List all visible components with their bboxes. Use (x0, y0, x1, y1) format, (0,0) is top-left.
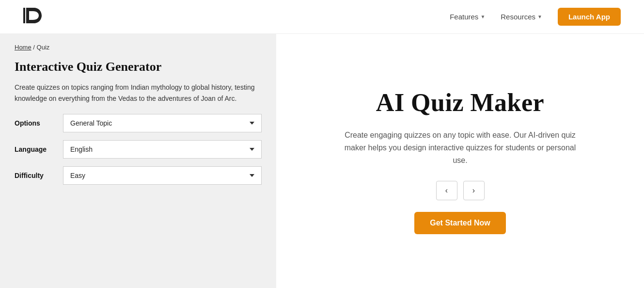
difficulty-group: Difficulty Easy (15, 166, 262, 185)
nav-links: Features ▼ Resources ▼ Launch App (450, 8, 621, 26)
options-select[interactable]: General Topic (63, 114, 262, 132)
options-group: Options General Topic (15, 114, 262, 132)
resources-chevron-icon: ▼ (537, 14, 542, 19)
breadcrumb: Home / Quiz (15, 44, 262, 51)
logo-icon (23, 5, 43, 29)
features-chevron-icon: ▼ (480, 14, 485, 19)
launch-app-button[interactable]: Launch App (558, 8, 621, 26)
features-menu[interactable]: Features ▼ (450, 13, 485, 21)
panel-description: Create quizzes on topics ranging from In… (15, 82, 262, 104)
left-panel: Home / Quiz Interactive Quiz Generator C… (0, 34, 276, 288)
main-layout: Home / Quiz Interactive Quiz Generator C… (0, 34, 644, 288)
navbar: Features ▼ Resources ▼ Launch App (0, 0, 644, 34)
logo (23, 5, 43, 29)
get-started-button[interactable]: Get Started Now (414, 212, 505, 234)
hero-description: Create engaging quizzes on any topic wit… (339, 129, 581, 167)
hero-title: AI Quiz Maker (376, 88, 544, 118)
breadcrumb-home[interactable]: Home (15, 44, 31, 51)
difficulty-select[interactable]: Easy (63, 166, 262, 185)
right-panel: AI Quiz Maker Create engaging quizzes on… (276, 34, 644, 288)
breadcrumb-current: Quiz (37, 44, 50, 51)
carousel-prev-button[interactable]: ‹ (436, 181, 457, 200)
options-label: Options (15, 119, 63, 127)
panel-title: Interactive Quiz Generator (15, 59, 262, 75)
resources-menu[interactable]: Resources ▼ (501, 13, 542, 21)
language-group: Language English (15, 140, 262, 159)
carousel-controls: ‹ › (436, 181, 485, 200)
language-label: Language (15, 145, 63, 153)
language-select[interactable]: English (63, 140, 262, 159)
carousel-next-button[interactable]: › (463, 181, 485, 200)
difficulty-label: Difficulty (15, 172, 63, 179)
